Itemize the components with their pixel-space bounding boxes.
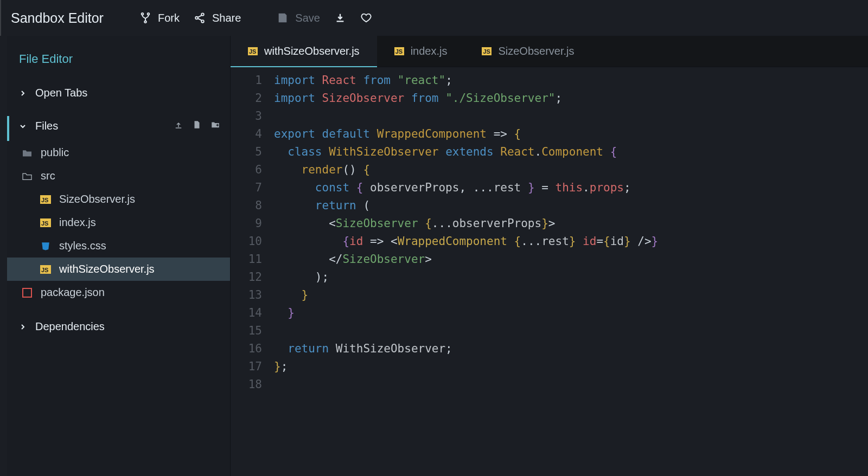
code-text[interactable]: export default WrappedComponent => { [274, 125, 868, 143]
code-text[interactable]: ); [274, 268, 868, 286]
line-number: 1 [231, 72, 274, 89]
fork-icon [139, 12, 151, 24]
code-line[interactable]: 5 class WithSizeObserver extends React.C… [231, 143, 868, 161]
code-line[interactable]: 10 {id => <WrappedComponent {...rest} id… [231, 233, 868, 250]
code-line[interactable]: 2import SizeObserver from "./SizeObserve… [231, 89, 868, 107]
tab-size-observer[interactable]: JS SizeObserver.js [464, 36, 591, 67]
share-button[interactable]: Share [194, 12, 241, 24]
line-number: 9 [231, 215, 274, 233]
code-line[interactable]: 11 </SizeObserver> [231, 250, 868, 268]
line-number: 12 [231, 268, 274, 286]
code-line[interactable]: 13 } [231, 286, 868, 304]
file-with-size-observer[interactable]: JS withSizeObserver.js [7, 258, 230, 281]
tab-label: SizeObserver.js [498, 45, 574, 57]
file-index-js[interactable]: JS index.js [7, 211, 230, 234]
tab-with-size-observer[interactable]: JS withSizeObserver.js [231, 36, 377, 67]
code-line[interactable]: 16 return WithSizeObserver; [231, 340, 868, 358]
dependencies-section[interactable]: Dependencies [7, 314, 230, 339]
code-line[interactable]: 14 } [231, 304, 868, 322]
code-text[interactable]: {id => <WrappedComponent {...rest} id={i… [274, 233, 868, 250]
line-number: 11 [231, 250, 274, 268]
folder-public[interactable]: public [7, 141, 230, 164]
file-tree: public src JS SizeObserver.js JS index.j… [7, 139, 230, 306]
code-text[interactable] [274, 107, 868, 125]
js-icon: JS [40, 265, 52, 274]
open-tabs-section[interactable]: Open Tabs [7, 80, 230, 106]
app-title: Sandbox Editor [11, 10, 104, 26]
folder-open-icon [21, 172, 33, 181]
svg-point-0 [142, 13, 144, 15]
tab-index-js[interactable]: JS index.js [377, 36, 465, 67]
svg-rect-8 [217, 124, 218, 127]
like-button[interactable] [360, 12, 372, 24]
code-text[interactable] [274, 376, 868, 394]
folder-icon [21, 149, 33, 157]
code-line[interactable]: 4export default WrappedComponent => { [231, 125, 868, 143]
code-text[interactable]: } [274, 304, 868, 322]
code-text[interactable]: } [274, 286, 868, 304]
line-number: 8 [231, 197, 274, 215]
code-text[interactable]: import SizeObserver from "./SizeObserver… [274, 89, 868, 107]
code-line[interactable]: 1import React from "react"; [231, 72, 868, 89]
file-index-label: index.js [59, 216, 96, 229]
code-text[interactable]: import React from "react"; [274, 72, 868, 89]
heart-icon [360, 12, 372, 24]
code-text[interactable]: render() { [274, 161, 868, 179]
code-area[interactable]: 1import React from "react";2import SizeO… [231, 67, 868, 476]
folder-src[interactable]: src [7, 164, 230, 188]
code-text[interactable]: }; [274, 358, 868, 376]
code-text[interactable]: </SizeObserver> [274, 250, 868, 268]
file-size-observer-label: SizeObserver.js [59, 193, 135, 205]
line-number: 15 [231, 322, 274, 340]
files-section[interactable]: Files [7, 113, 230, 139]
code-text[interactable]: return ( [274, 197, 868, 215]
chevron-down-icon [19, 123, 27, 130]
editor-tabs: JS withSizeObserver.js JS index.js JS Si… [231, 36, 868, 67]
code-line[interactable]: 18 [231, 376, 868, 394]
chevron-right-icon [19, 324, 27, 330]
code-text[interactable]: <SizeObserver {...observerProps}> [274, 215, 868, 233]
file-with-size-label: withSizeObserver.js [59, 263, 155, 275]
file-package-json[interactable]: package.json [7, 281, 230, 304]
sidebar-title: File Editor [7, 52, 230, 80]
new-folder-icon[interactable] [210, 120, 220, 132]
code-line[interactable]: 7 const { observerProps, ...rest } = thi… [231, 179, 868, 197]
upload-icon[interactable] [174, 120, 183, 132]
file-styles-css[interactable]: styles.css [7, 234, 230, 258]
code-text[interactable] [274, 322, 868, 340]
code-line[interactable]: 17}; [231, 358, 868, 376]
save-icon [277, 12, 289, 24]
file-styles-label: styles.css [59, 240, 106, 252]
fork-button[interactable]: Fork [139, 12, 180, 24]
line-number: 4 [231, 125, 274, 143]
chevron-right-icon [19, 90, 27, 97]
share-icon [194, 12, 206, 24]
line-number: 17 [231, 358, 274, 376]
svg-point-5 [201, 20, 204, 23]
code-line[interactable]: 15 [231, 322, 868, 340]
js-icon: JS [248, 47, 258, 55]
svg-point-1 [148, 13, 150, 15]
code-text[interactable]: return WithSizeObserver; [274, 340, 868, 358]
folder-public-label: public [41, 146, 69, 159]
svg-rect-6 [281, 18, 285, 21]
tab-label: index.js [411, 45, 448, 57]
files-tools [174, 120, 220, 132]
file-size-observer[interactable]: JS SizeObserver.js [7, 188, 230, 211]
dependencies-label: Dependencies [35, 320, 220, 333]
css-icon [40, 241, 52, 251]
activity-rail [0, 36, 7, 476]
code-line[interactable]: 9 <SizeObserver {...observerProps}> [231, 215, 868, 233]
code-text[interactable]: const { observerProps, ...rest } = this.… [274, 179, 868, 197]
code-text[interactable]: class WithSizeObserver extends React.Com… [274, 143, 868, 161]
js-icon: JS [394, 47, 404, 55]
download-button[interactable] [334, 12, 346, 24]
code-line[interactable]: 8 return ( [231, 197, 868, 215]
new-file-icon[interactable] [192, 120, 202, 132]
code-line[interactable]: 3 [231, 107, 868, 125]
save-button[interactable]: Save [277, 12, 320, 24]
code-line[interactable]: 12 ); [231, 268, 868, 286]
code-line[interactable]: 6 render() { [231, 161, 868, 179]
fork-label: Fork [158, 12, 180, 24]
line-number: 2 [231, 89, 274, 107]
